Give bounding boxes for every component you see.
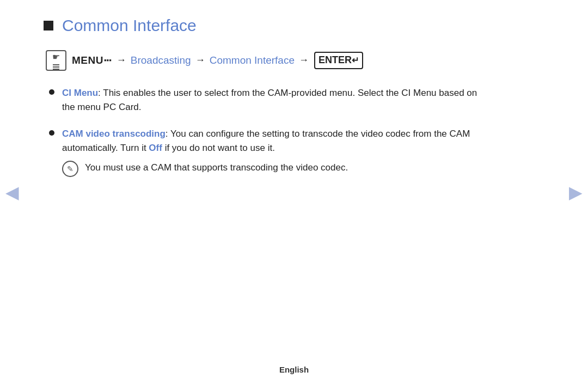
enter-arrow-icon: ↵ <box>352 54 359 66</box>
bullet-dot-icon <box>49 89 54 95</box>
bullet-dot-icon <box>49 130 54 136</box>
bullet-1-term: CI Menu <box>62 88 98 98</box>
note-icon: ✎ <box>62 161 78 177</box>
page-title: Common Interface <box>62 16 197 35</box>
main-content: Common Interface ☛ MENU ▪▪▪ → Broadcasti… <box>0 0 534 205</box>
bullet-list: CI Menu: This enables the user to select… <box>49 86 490 177</box>
bullet-2-separator: : <box>166 129 170 139</box>
nav-common-interface: Common Interface <box>210 53 295 68</box>
nav-left-arrow[interactable]: ◀ <box>5 182 19 203</box>
nav-arrow-2: → <box>195 53 205 67</box>
nav-path: ☛ MENU ▪▪▪ → Broadcasting → Common Inter… <box>46 50 490 71</box>
bullet-2-highlight: Off <box>149 143 162 153</box>
menu-icon: ☛ <box>46 50 66 71</box>
note-text: You must use a CAM that supports transco… <box>85 161 348 175</box>
bullet-1-separator: : <box>98 88 103 98</box>
enter-key: ENTER↵ <box>314 52 363 69</box>
nav-right-arrow[interactable]: ▶ <box>569 182 583 203</box>
nav-arrow-1: → <box>117 53 126 67</box>
nav-broadcasting: Broadcasting <box>131 53 191 68</box>
list-item: CAM video transcoding: You can configure… <box>49 127 490 178</box>
menu-label: MENU <box>72 53 103 68</box>
bullet-2-content: CAM video transcoding: You can configure… <box>62 127 490 178</box>
title-square-icon <box>44 21 53 31</box>
enter-label: ENTER <box>318 53 352 67</box>
bullet-1-text: This enables the user to select from the… <box>62 88 477 112</box>
bullet-2-term: CAM video transcoding <box>62 129 166 139</box>
footer-language: English <box>279 365 309 374</box>
list-item: CI Menu: This enables the user to select… <box>49 86 490 115</box>
bullet-1-content: CI Menu: This enables the user to select… <box>62 86 490 115</box>
note-block: ✎ You must use a CAM that supports trans… <box>62 161 490 177</box>
page-title-row: Common Interface <box>44 16 490 35</box>
nav-arrow-3: → <box>299 53 309 67</box>
note-pencil-icon: ✎ <box>67 163 74 175</box>
bullet-2-text-after: if you do not want to use it. <box>162 143 275 153</box>
